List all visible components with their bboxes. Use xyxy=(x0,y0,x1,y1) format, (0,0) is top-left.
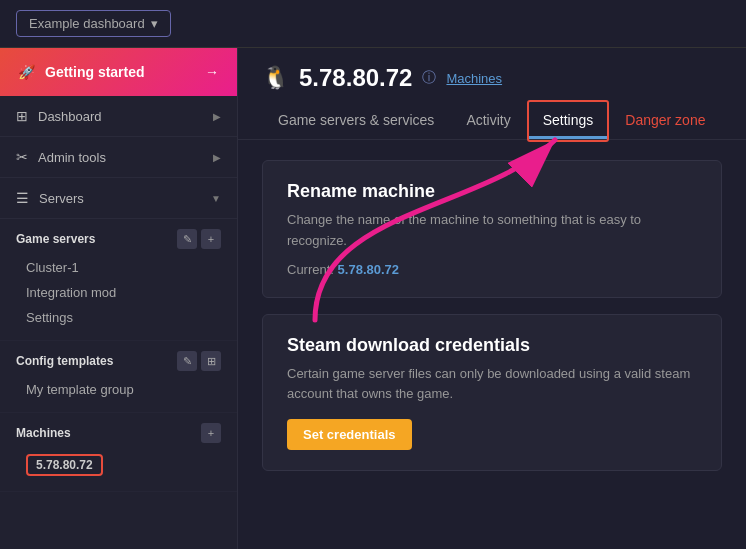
sidebar-admin-label: Admin tools xyxy=(38,150,106,165)
edit-config-button[interactable]: ✎ xyxy=(177,351,197,371)
dashboard-label: Example dashboard xyxy=(29,16,145,31)
sidebar-machine-item[interactable]: 5.78.80.72 xyxy=(16,449,221,481)
rename-current-ip: 5.78.80.72 xyxy=(338,262,399,277)
tools-icon: ✂ xyxy=(16,149,28,165)
main-content: 🐧 5.78.80.72 ⓘ Machines Game servers & s… xyxy=(238,48,746,549)
rocket-icon: 🚀 xyxy=(18,64,35,80)
app-layout: 🚀 Getting started → ⊞ Dashboard ▶ ✂ Admi… xyxy=(0,48,746,549)
dropdown-icon: ▾ xyxy=(151,16,158,31)
rename-current-value-row: Current: 5.78.80.72 xyxy=(287,262,697,277)
machines-actions: + xyxy=(201,423,221,443)
rename-machine-description: Change the name of the machine to someth… xyxy=(287,210,697,252)
sidebar-item-dashboard[interactable]: ⊞ Dashboard ▶ xyxy=(0,96,237,137)
rename-machine-title: Rename machine xyxy=(287,181,697,202)
add-config-button[interactable]: ⊞ xyxy=(201,351,221,371)
sidebar-servers-label: Servers xyxy=(39,191,84,206)
tab-bar: Game servers & services Activity Setting… xyxy=(262,104,722,139)
chevron-right-icon-2: ▶ xyxy=(213,152,221,163)
content-area: Rename machine Change the name of the ma… xyxy=(238,140,746,491)
tab-game-servers[interactable]: Game servers & services xyxy=(262,104,450,139)
cluster-1-label: Cluster-1 xyxy=(26,260,79,275)
template-group-label: My template group xyxy=(26,382,134,397)
game-servers-subsection: Game servers ✎ + Cluster-1 Integration m… xyxy=(0,219,237,341)
add-machine-button[interactable]: + xyxy=(201,423,221,443)
game-servers-label: Game servers xyxy=(16,232,95,246)
integration-mod-label: Integration mod xyxy=(26,285,116,300)
tab-settings[interactable]: Settings xyxy=(527,104,610,139)
linux-icon: 🐧 xyxy=(262,65,289,91)
getting-started-arrow: → xyxy=(205,64,219,80)
steam-credentials-title: Steam download credentials xyxy=(287,335,697,356)
sidebar-settings-item[interactable]: Settings xyxy=(16,305,221,330)
config-templates-subsection: Config templates ✎ ⊞ My template group xyxy=(0,341,237,413)
sidebar-item-admin-tools[interactable]: ✂ Admin tools ▶ xyxy=(0,137,237,178)
machines-breadcrumb-link[interactable]: Machines xyxy=(446,71,502,86)
current-label: Current: xyxy=(287,262,334,277)
set-credentials-button[interactable]: Set credentials xyxy=(287,419,412,450)
game-servers-header: Game servers ✎ + xyxy=(16,229,221,249)
dashboard-button[interactable]: Example dashboard ▾ xyxy=(16,10,171,37)
machine-ip-title: 5.78.80.72 xyxy=(299,64,412,92)
rename-machine-card: Rename machine Change the name of the ma… xyxy=(262,160,722,298)
edit-game-servers-button[interactable]: ✎ xyxy=(177,229,197,249)
steam-credentials-card: Steam download credentials Certain game … xyxy=(262,314,722,472)
chevron-down-icon: ▼ xyxy=(211,193,221,204)
servers-icon: ☰ xyxy=(16,190,29,206)
getting-started-button[interactable]: 🚀 Getting started → xyxy=(0,48,237,96)
tab-danger-zone[interactable]: Danger zone xyxy=(609,104,721,139)
help-icon[interactable]: ⓘ xyxy=(422,69,436,87)
settings-label: Settings xyxy=(26,310,73,325)
machines-subsection: Machines + 5.78.80.72 xyxy=(0,413,237,492)
steam-button-row: Set credentials xyxy=(287,419,697,450)
chevron-right-icon: ▶ xyxy=(213,111,221,122)
add-game-server-button[interactable]: + xyxy=(201,229,221,249)
tab-activity[interactable]: Activity xyxy=(450,104,526,139)
sidebar-cluster-item[interactable]: Cluster-1 xyxy=(16,255,221,280)
machines-header: Machines + xyxy=(16,423,221,443)
machine-ip-badge: 5.78.80.72 xyxy=(26,454,103,476)
sidebar-dashboard-label: Dashboard xyxy=(38,109,102,124)
tab-settings-wrapper: Settings xyxy=(527,104,610,139)
sidebar: 🚀 Getting started → ⊞ Dashboard ▶ ✂ Admi… xyxy=(0,48,238,549)
sidebar-item-servers[interactable]: ☰ Servers ▼ xyxy=(0,178,237,219)
getting-started-label: Getting started xyxy=(45,64,145,80)
grid-icon: ⊞ xyxy=(16,108,28,124)
config-templates-label: Config templates xyxy=(16,354,113,368)
machines-label: Machines xyxy=(16,426,71,440)
steam-credentials-description: Certain game server files can only be do… xyxy=(287,364,697,406)
config-templates-actions: ✎ ⊞ xyxy=(177,351,221,371)
main-header: 🐧 5.78.80.72 ⓘ Machines Game servers & s… xyxy=(238,48,746,140)
game-servers-actions: ✎ + xyxy=(177,229,221,249)
config-templates-header: Config templates ✎ ⊞ xyxy=(16,351,221,371)
machine-title-row: 🐧 5.78.80.72 ⓘ Machines xyxy=(262,64,722,92)
sidebar-template-group-item[interactable]: My template group xyxy=(16,377,221,402)
top-bar: Example dashboard ▾ xyxy=(0,0,746,48)
sidebar-integration-mod-item[interactable]: Integration mod xyxy=(16,280,221,305)
